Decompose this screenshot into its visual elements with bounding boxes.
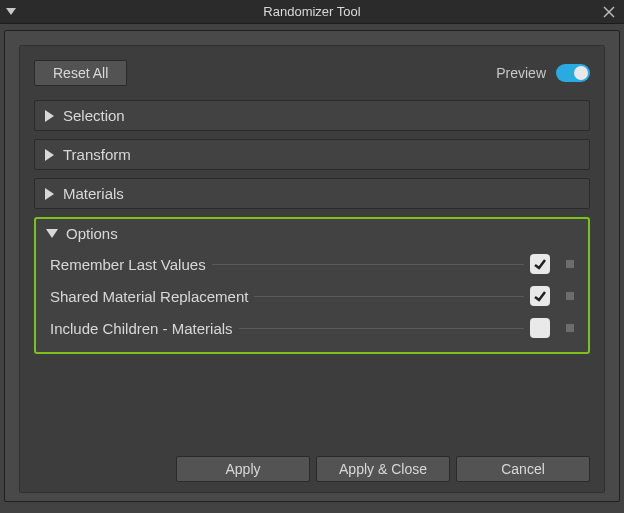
checkbox-shared-material-replacement[interactable] xyxy=(530,286,550,306)
titlebar: Randomizer Tool xyxy=(0,0,624,24)
preview-toggle[interactable] xyxy=(556,64,590,82)
svg-marker-6 xyxy=(46,229,58,238)
section-label: Selection xyxy=(63,107,125,124)
chevron-down-icon xyxy=(46,229,58,239)
section-materials: Materials xyxy=(34,178,590,209)
check-icon xyxy=(533,289,547,303)
preview-control: Preview xyxy=(496,64,590,82)
chevron-right-icon xyxy=(45,110,55,122)
checkbox-include-children-materials[interactable] xyxy=(530,318,550,338)
cancel-button[interactable]: Cancel xyxy=(456,456,590,482)
close-button[interactable] xyxy=(594,0,624,24)
option-label: Shared Material Replacement xyxy=(50,288,248,305)
chevron-right-icon xyxy=(45,188,55,200)
footer-row: Apply Apply & Close Cancel xyxy=(20,456,604,482)
section-selection: Selection xyxy=(34,100,590,131)
context-handle[interactable] xyxy=(566,260,574,268)
section-label: Options xyxy=(66,225,118,242)
section-header-materials[interactable]: Materials xyxy=(35,179,589,208)
divider xyxy=(254,296,524,297)
reset-all-button[interactable]: Reset All xyxy=(34,60,127,86)
context-handle[interactable] xyxy=(566,324,574,332)
option-row-include-children: Include Children - Materials xyxy=(50,318,574,338)
options-body: Remember Last Values Shared Material Rep… xyxy=(36,248,588,352)
section-header-transform[interactable]: Transform xyxy=(35,140,589,169)
section-transform: Transform xyxy=(34,139,590,170)
context-handle[interactable] xyxy=(566,292,574,300)
svg-marker-5 xyxy=(45,188,54,200)
svg-marker-0 xyxy=(6,8,16,15)
section-options: Options Remember Last Values Shared Mate… xyxy=(34,217,590,354)
apply-close-button[interactable]: Apply & Close xyxy=(316,456,450,482)
svg-marker-3 xyxy=(45,110,54,122)
divider xyxy=(239,328,524,329)
section-label: Materials xyxy=(63,185,124,202)
chevron-right-icon xyxy=(45,149,55,161)
window-title: Randomizer Tool xyxy=(0,4,624,19)
option-label: Include Children - Materials xyxy=(50,320,233,337)
window-menu-icon[interactable] xyxy=(0,8,22,16)
apply-button[interactable]: Apply xyxy=(176,456,310,482)
section-label: Transform xyxy=(63,146,131,163)
check-icon xyxy=(533,257,547,271)
option-label: Remember Last Values xyxy=(50,256,206,273)
checkbox-remember-last-values[interactable] xyxy=(530,254,550,274)
section-header-options[interactable]: Options xyxy=(36,219,588,248)
section-header-selection[interactable]: Selection xyxy=(35,101,589,130)
main-panel: Reset All Preview Selection Transform Ma… xyxy=(4,30,620,502)
option-row-shared-material: Shared Material Replacement xyxy=(50,286,574,306)
divider xyxy=(212,264,524,265)
svg-marker-4 xyxy=(45,149,54,161)
preview-label: Preview xyxy=(496,65,546,81)
top-row: Reset All Preview xyxy=(34,60,590,86)
panel-inner: Reset All Preview Selection Transform Ma… xyxy=(19,45,605,493)
option-row-remember: Remember Last Values xyxy=(50,254,574,274)
